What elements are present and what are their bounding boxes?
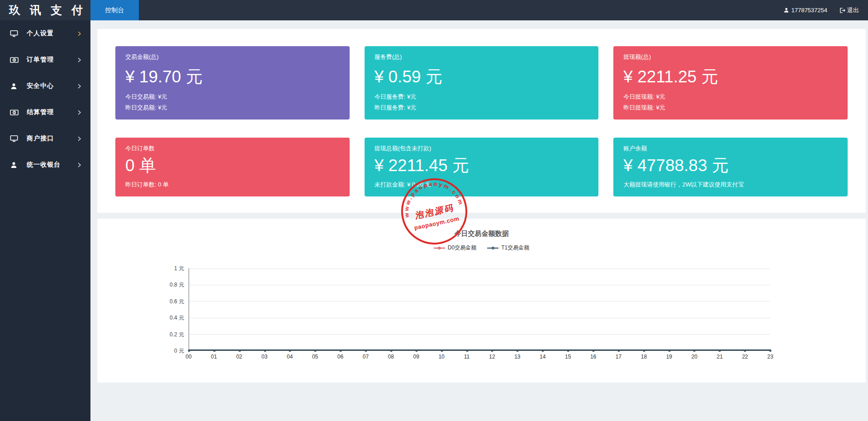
sidebar-item-label: 安全中心	[27, 82, 76, 90]
chart-title: 今日交易金额数据	[97, 219, 866, 238]
card-amount: ¥ 0.59 元	[375, 66, 589, 88]
tab-console[interactable]: 控制台	[90, 0, 139, 20]
user-account[interactable]: 17787537254	[783, 7, 827, 14]
legend-item[interactable]: T1交易金额	[487, 244, 529, 252]
user-icon	[783, 7, 789, 13]
monitor-icon	[10, 29, 21, 38]
stat-card: 提现总额(包含未打款) ¥ 2211.45 元 未打款金额: ¥ 0.20 元	[365, 138, 599, 196]
stat-card: 交易金额(总) ¥ 19.70 元 今日交易额: ¥元 昨日交易额: ¥元	[115, 46, 350, 120]
sidebar-item-label: 统一收银台	[27, 161, 76, 169]
stat-card: 服务费(总) ¥ 0.59 元 今日服务费: ¥元 昨日服务费: ¥元	[365, 46, 599, 120]
chevron-right-icon	[76, 83, 82, 89]
card-subline: 今日交易额: ¥元	[125, 91, 340, 102]
sidebar-item-merchant-api[interactable]: 商户接口	[0, 125, 90, 152]
user-icon	[10, 82, 21, 90]
plot-area	[189, 268, 770, 351]
card-amount: ¥ 2211.45 元	[375, 154, 589, 177]
legend-label: T1交易金额	[501, 244, 529, 252]
card-subline: 昨日提现额: ¥元	[623, 102, 838, 113]
card-subline: 大额提现请使用银行，2W以下建议使用支付宝	[623, 179, 838, 190]
legend-marker-icon	[434, 248, 445, 249]
card-title: 提现额(总)	[623, 53, 838, 61]
card-subline: 今日提现额: ¥元	[623, 91, 838, 102]
chart-legend: D0交易金额 T1交易金额	[97, 244, 866, 252]
card-title: 交易金额(总)	[125, 53, 340, 61]
chevron-right-icon	[76, 162, 82, 168]
card-subline: 今日服务费: ¥元	[375, 91, 589, 102]
zero-line	[189, 349, 770, 351]
stat-card: 提现额(总) ¥ 2211.25 元 今日提现额: ¥元 昨日提现额: ¥元	[613, 46, 848, 120]
sidebar-item-label: 结算管理	[27, 108, 76, 116]
card-subline: 昨日交易额: ¥元	[125, 102, 340, 113]
card-title: 今日订单数	[125, 144, 340, 153]
logout-button[interactable]: 退出	[839, 6, 859, 14]
chevron-right-icon	[76, 31, 82, 37]
sidebar-item-security-center[interactable]: 安全中心	[0, 73, 90, 99]
top-bar: 玖 讯 支 付 控制台 17787537254 退出	[0, 0, 868, 20]
banknote-icon	[10, 56, 21, 64]
legend-item[interactable]: D0交易金额	[434, 244, 476, 252]
logout-label: 退出	[847, 6, 859, 14]
username: 17787537254	[791, 7, 827, 14]
card-amount: ¥ 2211.25 元	[623, 66, 838, 88]
brand-logo: 玖 讯 支 付	[0, 0, 90, 20]
card-subline: 昨日订单数: 0 单	[125, 179, 340, 190]
card-title: 账户余额	[623, 144, 838, 153]
banknote-icon	[10, 108, 21, 117]
legend-marker-icon	[487, 248, 498, 249]
sidebar-item-settlement-management[interactable]: 结算管理	[0, 99, 90, 125]
card-amount: ¥ 19.70 元	[125, 66, 340, 88]
sidebar-item-label: 订单管理	[27, 56, 76, 64]
y-axis-labels: 1 元0.8 元0.6 元0.4 元0.2 元0 元	[156, 268, 184, 351]
sidebar-item-label: 商户接口	[27, 134, 76, 143]
card-amount: ¥ 47788.83 元	[623, 154, 838, 177]
stat-card: 账户余额 ¥ 47788.83 元 大额提现请使用银行，2W以下建议使用支付宝	[613, 138, 848, 196]
card-amount: 0 单	[125, 154, 340, 177]
monitor-icon	[10, 134, 21, 143]
chart-panel: 今日交易金额数据 D0交易金额 T1交易金额 1 元0.8 元0.6 元0.4 …	[97, 219, 866, 383]
card-title: 服务费(总)	[375, 53, 589, 61]
user-icon	[10, 161, 21, 169]
sidebar-item-order-management[interactable]: 订单管理	[0, 47, 90, 73]
logout-icon	[839, 7, 845, 14]
main-content: 交易金额(总) ¥ 19.70 元 今日交易额: ¥元 昨日交易额: ¥元 服务…	[90, 20, 868, 421]
card-title: 提现总额(包含未打款)	[375, 144, 589, 153]
chevron-right-icon	[76, 57, 82, 63]
card-subline: 未打款金额: ¥ 0.20 元	[375, 179, 589, 190]
chevron-right-icon	[76, 110, 82, 115]
chevron-right-icon	[76, 136, 82, 142]
sidebar: 个人设置 订单管理 安全中心 结算管理 商户接口	[0, 20, 90, 421]
sidebar-item-personal-settings[interactable]: 个人设置	[0, 20, 90, 47]
stat-card: 今日订单数 0 单 昨日订单数: 0 单	[115, 138, 350, 196]
x-axis-labels: 0001020304050607080910111213141516171819…	[189, 354, 770, 361]
sidebar-item-unified-cashier[interactable]: 统一收银台	[0, 152, 90, 178]
card-subline: 昨日服务费: ¥元	[375, 102, 589, 113]
sidebar-item-label: 个人设置	[27, 29, 76, 38]
stats-panel: 交易金额(总) ¥ 19.70 元 今日交易额: ¥元 昨日交易额: ¥元 服务…	[97, 29, 866, 213]
legend-label: D0交易金额	[448, 244, 476, 252]
